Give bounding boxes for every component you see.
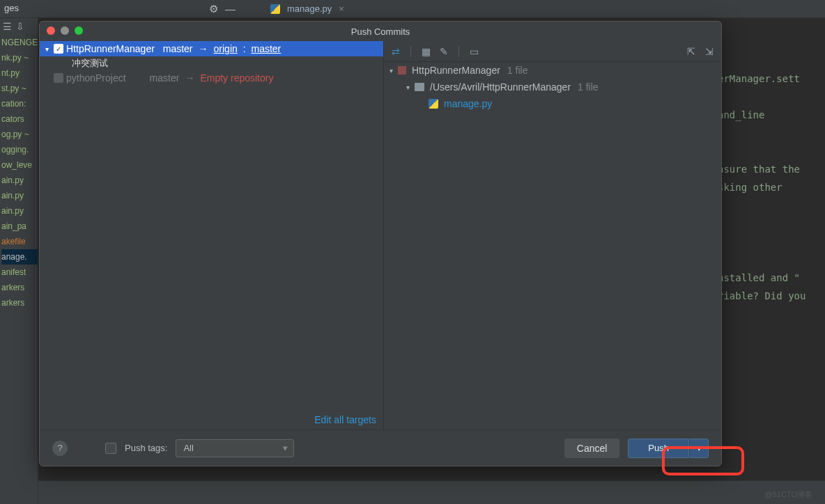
folder-icon <box>415 83 424 91</box>
watermark: @51CTO博客 <box>765 489 812 500</box>
chevron-down-icon[interactable]: ▾ <box>403 84 412 91</box>
changed-files-tree[interactable]: ▾ HttpRunnerManager 1 file ▾ /Users/Avri… <box>384 62 721 112</box>
project-tool-label: ges <box>4 3 19 13</box>
preview-icon[interactable]: ▭ <box>468 46 480 57</box>
local-branch: master <box>150 72 180 84</box>
group-by-icon[interactable]: ▦ <box>419 46 432 57</box>
module-name: HttpRunnerManager <box>412 65 500 76</box>
python-file-icon <box>429 99 438 109</box>
remote-status: Empty repository <box>200 72 273 84</box>
diff-icon[interactable]: ⇄ <box>390 46 402 57</box>
push-button[interactable]: Push ▾ <box>628 439 709 458</box>
push-tags-checkbox[interactable] <box>105 443 116 454</box>
repo-row[interactable]: ▾ ✓ HttpRunnerManager master → origin : … <box>40 41 383 56</box>
remote-name[interactable]: origin <box>214 43 238 54</box>
window-close-icon[interactable] <box>47 26 55 35</box>
editor-tab[interactable]: manage.py × <box>265 2 350 15</box>
dialog-title: Push Commits <box>351 26 410 37</box>
help-button[interactable]: ? <box>52 441 68 456</box>
push-commits-dialog: Push Commits ▾ ✓ HttpRunnerManager maste… <box>39 21 722 466</box>
commit-message[interactable]: 冲突测试 <box>40 56 383 70</box>
push-tags-label: Push tags: <box>125 443 167 453</box>
gear-icon[interactable]: ⚙ <box>209 3 218 15</box>
push-dropdown[interactable]: ▾ <box>689 439 709 458</box>
minimize-icon[interactable]: — <box>225 3 236 15</box>
edit-icon[interactable]: ✎ <box>438 46 450 57</box>
file-count: 1 file <box>578 81 599 93</box>
structure-icon[interactable]: ☰ <box>3 21 12 32</box>
file-count: 1 file <box>507 65 528 76</box>
cancel-button[interactable]: Cancel <box>564 439 620 458</box>
changed-file[interactable]: manage.py <box>444 98 492 109</box>
folder-path: /Users/Avril/HttpRunnerManager <box>430 81 571 93</box>
window-minimize-icon[interactable] <box>61 26 69 35</box>
arrow-icon: → <box>185 72 194 84</box>
close-icon[interactable]: × <box>339 3 344 14</box>
repo-name: HttpRunnerManager <box>66 43 155 54</box>
edit-all-targets-link[interactable]: Edit all targets <box>314 414 376 425</box>
file-toolbar: ⇄ ▦ ✎ ▭ ⇱ ⇲ <box>384 41 721 62</box>
python-file-icon <box>270 4 280 14</box>
arrow-icon: → <box>199 43 208 54</box>
tab-label: manage.py <box>287 3 332 14</box>
repo-checkbox[interactable]: ✓ <box>54 44 63 54</box>
expand-all-icon[interactable]: ⇱ <box>685 46 697 57</box>
local-branch: master <box>163 43 193 54</box>
chevron-down-icon[interactable]: ▾ <box>387 67 395 74</box>
commits-tree[interactable]: ▾ ✓ HttpRunnerManager master → origin : … <box>40 41 383 410</box>
repo-row[interactable]: pythonProject master → Empty repository <box>40 70 383 86</box>
repo-checkbox[interactable] <box>54 73 63 83</box>
module-icon <box>398 66 406 74</box>
collapse-all-icon[interactable]: ⇲ <box>703 46 716 57</box>
code-fragment: erManager.sett and_line nsure that the s… <box>718 70 805 305</box>
download-icon[interactable]: ⇩ <box>16 21 24 32</box>
window-zoom-icon[interactable] <box>75 26 83 35</box>
push-tags-select[interactable]: All <box>176 439 294 457</box>
repo-name: pythonProject <box>66 72 126 84</box>
remote-branch[interactable]: master <box>251 43 281 54</box>
chevron-down-icon[interactable]: ▾ <box>43 45 51 53</box>
